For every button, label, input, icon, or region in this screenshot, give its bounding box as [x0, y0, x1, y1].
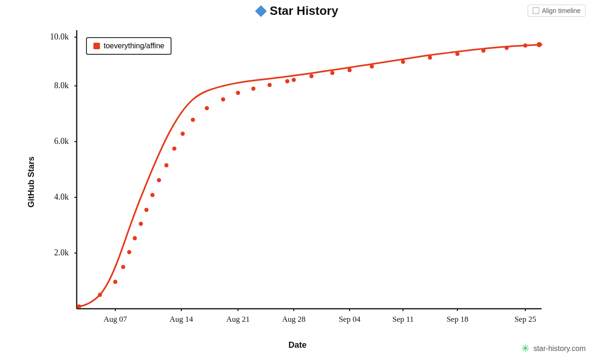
data-point — [113, 280, 118, 284]
data-point — [139, 222, 143, 226]
data-point — [236, 91, 240, 95]
data-point — [268, 83, 272, 87]
data-point — [205, 106, 209, 110]
svg-text:Sep 25: Sep 25 — [515, 315, 536, 324]
data-point — [251, 87, 256, 91]
legend-color-dot — [93, 43, 100, 49]
legend-repo-name: toeverything/affine — [104, 42, 164, 50]
chart-container: Star History Align timeline GitHub Stars… — [0, 0, 595, 364]
data-point — [292, 78, 296, 82]
data-point — [121, 265, 126, 269]
svg-text:Aug 14: Aug 14 — [170, 315, 193, 324]
data-point — [285, 79, 290, 84]
svg-text:Aug 28: Aug 28 — [282, 315, 306, 324]
data-point — [181, 132, 185, 136]
star-history-line — [79, 45, 542, 306]
data-point — [127, 250, 132, 254]
data-point — [133, 236, 137, 240]
data-point — [401, 60, 405, 64]
data-point — [221, 98, 225, 102]
chart-legend: toeverything/affine — [86, 37, 172, 55]
data-point — [348, 68, 352, 72]
svg-text:6.0k: 6.0k — [54, 136, 69, 146]
svg-text:Sep 11: Sep 11 — [392, 315, 414, 324]
data-point — [98, 293, 102, 297]
data-point — [331, 71, 335, 75]
data-point — [157, 178, 161, 182]
data-point — [428, 56, 432, 60]
data-point — [523, 44, 528, 48]
svg-text:Sep 18: Sep 18 — [447, 315, 469, 324]
data-point — [456, 52, 460, 56]
x-axis-label: Date — [288, 340, 306, 350]
svg-text:2.0k: 2.0k — [54, 248, 69, 257]
data-point — [310, 74, 314, 78]
data-point — [172, 147, 177, 151]
svg-text:Sep 04: Sep 04 — [339, 315, 361, 324]
data-point-end — [537, 42, 542, 47]
data-point — [151, 193, 155, 197]
data-point — [77, 305, 81, 309]
svg-text:10.0k: 10.0k — [50, 32, 69, 41]
data-point — [482, 49, 486, 53]
svg-text:Aug 21: Aug 21 — [226, 315, 250, 324]
data-point — [505, 46, 509, 50]
svg-text:4.0k: 4.0k — [54, 192, 69, 202]
data-point — [370, 65, 374, 69]
data-point — [191, 118, 195, 122]
data-point — [145, 208, 149, 212]
watermark: ✳ star-history.com — [521, 343, 586, 355]
watermark-text: star-history.com — [533, 344, 586, 353]
svg-text:Aug 07: Aug 07 — [104, 315, 127, 324]
data-point — [165, 163, 169, 168]
star-watermark-icon: ✳ — [521, 343, 529, 355]
svg-text:8.0k: 8.0k — [54, 81, 69, 90]
